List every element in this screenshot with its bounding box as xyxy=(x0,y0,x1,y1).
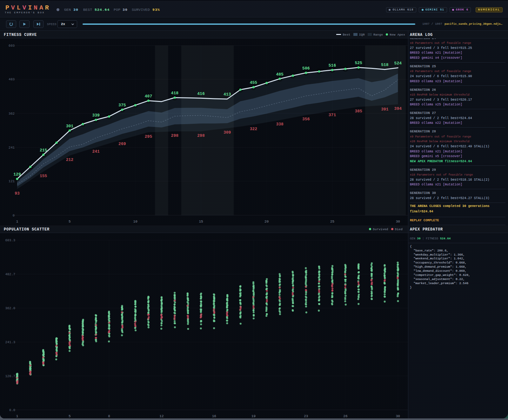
svg-text:518: 518 xyxy=(381,63,389,67)
svg-text:413: 413 xyxy=(224,92,231,97)
svg-text:129: 129 xyxy=(13,172,21,177)
svg-text:1: 1 xyxy=(16,220,18,223)
svg-text:0: 0 xyxy=(13,214,15,217)
svg-text:30: 30 xyxy=(396,414,400,418)
svg-text:309: 309 xyxy=(224,130,231,135)
svg-text:93: 93 xyxy=(15,191,20,196)
svg-text:15: 15 xyxy=(199,220,203,223)
svg-text:155: 155 xyxy=(40,174,47,178)
svg-text:339: 339 xyxy=(92,113,100,118)
svg-text:215: 215 xyxy=(40,148,47,153)
svg-text:10: 10 xyxy=(133,220,137,223)
svg-text:391: 391 xyxy=(381,107,389,112)
svg-text:407: 407 xyxy=(145,94,152,99)
svg-text:516: 516 xyxy=(329,63,336,68)
svg-text:375: 375 xyxy=(118,103,126,108)
svg-text:241.3: 241.3 xyxy=(5,340,15,344)
svg-text:121: 121 xyxy=(9,179,15,183)
svg-text:356: 356 xyxy=(302,117,310,122)
svg-text:25: 25 xyxy=(330,220,334,223)
svg-text:416: 416 xyxy=(197,91,205,96)
svg-text:455: 455 xyxy=(250,80,257,85)
svg-text:506: 506 xyxy=(302,66,310,71)
svg-text:5: 5 xyxy=(69,220,71,223)
svg-text:20: 20 xyxy=(264,220,269,223)
svg-text:16: 16 xyxy=(212,414,216,418)
svg-text:0.0: 0.0 xyxy=(9,408,15,412)
svg-text:120.7: 120.7 xyxy=(5,374,15,378)
svg-text:295: 295 xyxy=(145,134,152,139)
svg-text:322: 322 xyxy=(250,127,257,131)
svg-text:362.0: 362.0 xyxy=(5,306,15,310)
svg-text:298: 298 xyxy=(171,133,179,138)
svg-text:212: 212 xyxy=(66,157,74,162)
svg-text:1: 1 xyxy=(16,414,18,418)
svg-text:241: 241 xyxy=(9,146,15,150)
svg-text:26: 26 xyxy=(343,414,347,418)
svg-text:603.3: 603.3 xyxy=(5,238,15,242)
svg-text:298: 298 xyxy=(197,133,205,138)
svg-text:30: 30 xyxy=(396,220,400,223)
svg-text:19: 19 xyxy=(251,414,256,418)
svg-text:485: 485 xyxy=(276,72,284,77)
svg-text:603: 603 xyxy=(9,44,15,48)
svg-text:483: 483 xyxy=(9,77,15,81)
svg-text:362: 362 xyxy=(9,112,15,116)
svg-text:371: 371 xyxy=(329,113,336,117)
svg-text:385: 385 xyxy=(355,109,362,114)
svg-text:12: 12 xyxy=(159,414,164,418)
svg-text:8: 8 xyxy=(108,414,110,418)
svg-text:23: 23 xyxy=(304,414,308,418)
svg-text:301: 301 xyxy=(66,124,74,129)
svg-text:269: 269 xyxy=(118,142,126,146)
svg-text:5: 5 xyxy=(69,414,71,418)
svg-text:418: 418 xyxy=(171,91,179,96)
svg-text:524: 524 xyxy=(394,61,402,66)
svg-text:338: 338 xyxy=(276,122,284,127)
svg-text:241: 241 xyxy=(92,149,100,154)
svg-text:482.7: 482.7 xyxy=(5,272,15,276)
svg-text:394: 394 xyxy=(394,106,402,111)
svg-text:525: 525 xyxy=(355,61,362,65)
